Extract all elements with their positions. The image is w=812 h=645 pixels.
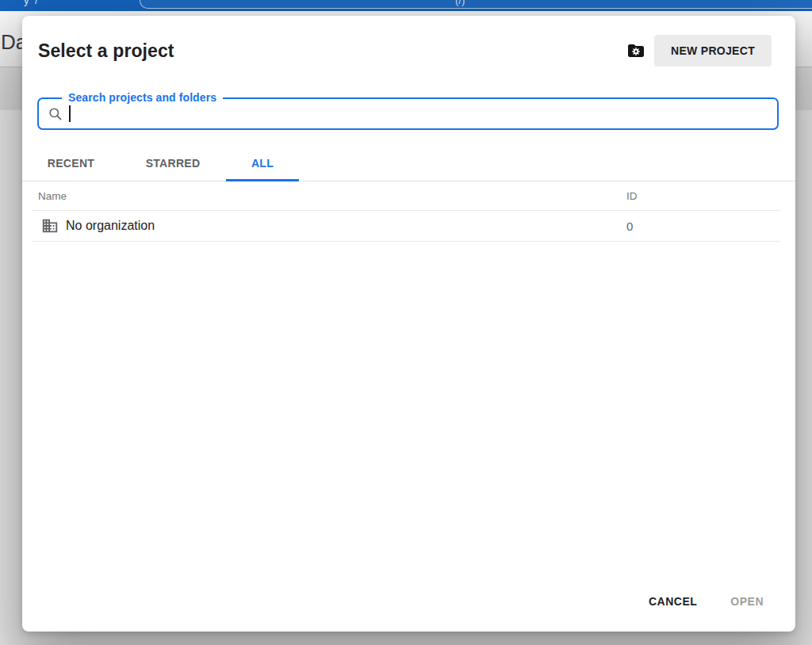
column-header-name: Name — [32, 190, 626, 202]
search-field-label: Search projects and folders — [62, 91, 223, 104]
select-project-dialog: Select a project — [22, 16, 795, 632]
tab-recent[interactable]: RECENT — [22, 146, 120, 181]
dialog-footer: CANCEL OPEN — [22, 587, 795, 632]
table-row-no-organization[interactable]: No organization 0 — [32, 211, 780, 242]
console-topbar: y / (/) — [0, 0, 812, 11]
tab-starred[interactable]: STARRED — [120, 146, 226, 181]
dialog-header: Select a project — [22, 16, 795, 67]
topbar-search-hint-fragment: (/) — [455, 0, 465, 6]
projects-table: Name ID No organization 0 — [32, 181, 780, 242]
page: y / (/) Dashboard Select a project — [0, 0, 812, 645]
column-header-id: ID — [626, 190, 780, 202]
search-icon — [48, 106, 63, 121]
topbar-project-text-fragment: y / — [24, 0, 40, 6]
manage-folders-button[interactable] — [625, 40, 647, 61]
row-name-label: No organization — [66, 219, 155, 233]
table-header-row: Name ID — [32, 181, 780, 211]
text-caret — [69, 105, 71, 122]
new-project-button[interactable]: NEW PROJECT — [654, 35, 772, 67]
dialog-title: Select a project — [38, 40, 625, 62]
cancel-button[interactable]: CANCEL — [636, 587, 710, 616]
organization-icon — [41, 217, 59, 235]
open-button[interactable]: OPEN — [718, 587, 776, 616]
row-id-value: 0 — [626, 219, 780, 233]
search-input[interactable] — [72, 107, 769, 120]
folder-gear-icon — [626, 41, 646, 60]
topbar-search-box[interactable] — [140, 0, 812, 9]
row-name-cell: No organization — [32, 217, 626, 235]
project-picker-tabs: RECENT STARRED ALL — [22, 146, 795, 181]
project-search-field[interactable]: Search projects and folders — [37, 97, 779, 130]
tab-all[interactable]: ALL — [226, 146, 299, 181]
